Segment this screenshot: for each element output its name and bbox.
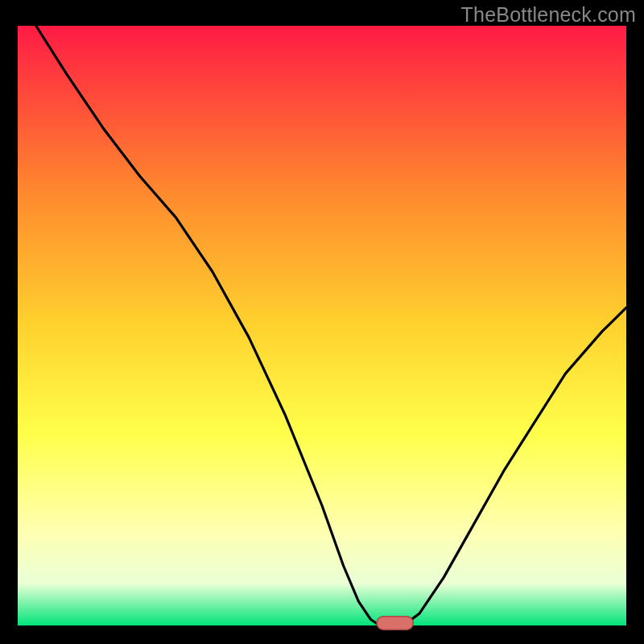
optimal-marker bbox=[377, 617, 413, 630]
bottleneck-chart bbox=[0, 0, 644, 644]
chart-frame: TheBottleneck.com bbox=[0, 0, 644, 644]
watermark-text: TheBottleneck.com bbox=[461, 3, 636, 27]
plot-background bbox=[18, 26, 626, 625]
